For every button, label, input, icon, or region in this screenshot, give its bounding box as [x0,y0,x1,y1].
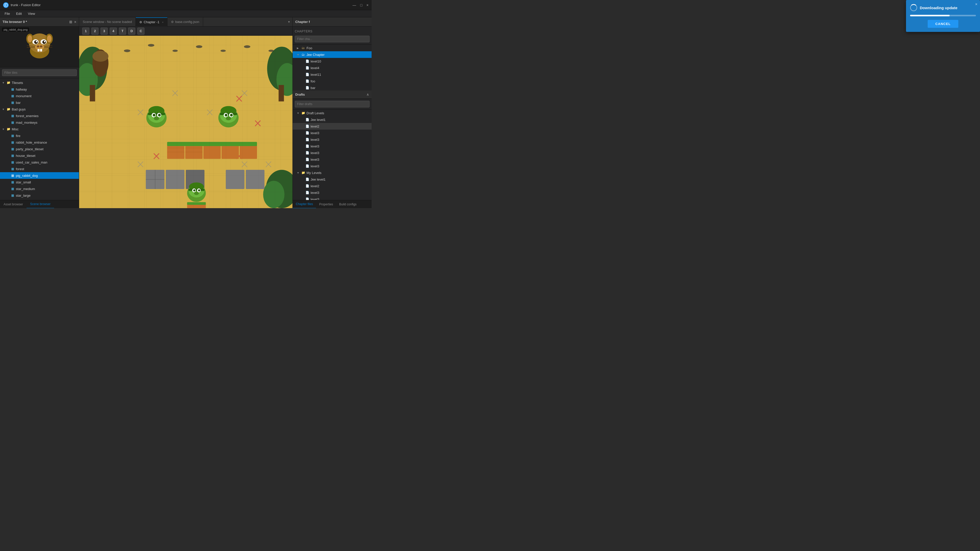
image-icon: ▦ [10,140,15,144]
draft-item-jee-level1[interactable]: 📄 Jee level1 [293,116,372,123]
tree-item-star-medium[interactable]: ▦ star_medium [0,186,79,192]
draft-item-level3-5[interactable]: 📄 level3 [293,156,372,163]
draft-label: Jee level1 [310,118,326,122]
tree-label: monument [16,94,32,98]
draft-item-level3-2[interactable]: 📄 level3 [293,136,372,143]
draft-folder-draft-levels[interactable]: ▼ 📁 Draft Levels [293,110,372,116]
tree-item-forest-enemies[interactable]: ▦ forest_enemies [0,113,79,119]
image-icon: ▦ [10,100,15,105]
tree-item-rabbit-hole[interactable]: ▦ rabbit_hole_entrance [0,139,79,146]
chapter-item-bar[interactable]: 📄 bar [293,84,372,91]
toolbar-btn-2[interactable]: 2 [91,27,99,35]
tree-item-bar[interactable]: ▦ bar [0,99,79,106]
my-item-level2[interactable]: 📄 level2 [293,183,372,189]
menu-file[interactable]: File [2,11,13,16]
my-item-jee-level1[interactable]: 📄 Jee level1 [293,176,372,183]
tree-folder-bad-guys[interactable]: ▼ 📁 Bad guys [0,106,79,113]
folder-icon: 📁 [6,80,11,85]
draft-item-level3-3[interactable]: 📄 level3 [293,143,372,149]
chapter-item-level11[interactable]: 📄 level11 [293,71,372,78]
image-icon: ▦ [10,133,15,138]
menu-edit[interactable]: Edit [14,11,24,16]
chapter-folder-jee[interactable]: ▼ 🗂 Jee Chapter [293,51,372,58]
tree-item-star-large[interactable]: ▦ star_large [0,192,79,199]
chapter-files-title: Chapter f [295,20,310,24]
pin-icon[interactable]: ⊞ [69,20,72,24]
tab-asset-browser[interactable]: Asset browser [0,200,27,208]
draft-item-level3-1[interactable]: 📄 level3 [293,130,372,136]
draft-item-level3-6[interactable]: 📄 level3 [293,163,372,169]
window-controls[interactable]: — □ × [352,3,369,7]
image-icon: ▦ [10,180,15,184]
menu-view[interactable]: View [25,11,38,16]
close-button[interactable]: × [366,3,369,7]
tab-scene-browser[interactable]: Scene browser [27,200,54,208]
svg-point-14 [35,44,44,50]
tree-item-house-tileset[interactable]: ▦ house_tileset [0,152,79,159]
chapter-item-foo[interactable]: 📄 foo [293,78,372,84]
tree-item-pig-rabbit-dog[interactable]: ▦ pig_rabbit_dog [0,172,79,179]
tree-label: hallway [16,87,27,91]
toolbar-btn-t[interactable]: T [119,27,126,35]
folder-icon: 📁 [6,107,11,111]
folder-icon: 📁 [6,127,11,131]
close-panel-icon[interactable]: × [74,20,76,24]
toolbar-btn-3[interactable]: 3 [100,27,108,35]
tree-item-mad-monkeys[interactable]: ▦ mad_monkeys [0,119,79,126]
tree-item-hallway[interactable]: ▦ hallway [0,86,79,93]
draft-item-level2[interactable]: 📄 level2 [293,123,372,130]
toolbar-btn-d[interactable]: D [128,27,135,35]
minimize-button[interactable]: — [352,3,356,7]
tree-folder-tilesets[interactable]: ▼ 📁 Tilesets [0,79,79,86]
draft-item-level3-4[interactable]: 📄 level3 [293,149,372,156]
tab-properties[interactable]: Properties [316,200,336,208]
filter-tiles-input[interactable] [2,69,77,76]
file-icon: 📄 [305,137,310,142]
chapter-label: foo [310,79,315,83]
draft-folder-my-levels[interactable]: ▼ 📁 My Levels [293,169,372,176]
maximize-button[interactable]: □ [360,3,362,7]
tab-chapter[interactable]: ⚙ Chapter -1 × [136,17,167,27]
image-icon: ▦ [10,167,15,171]
tree-item-used-car[interactable]: ▦ used_car_sales_man [0,159,79,165]
tree-item-fire[interactable]: ▦ fire [0,132,79,139]
tree-item-star-small[interactable]: ▦ star_small [0,179,79,186]
tab-config[interactable]: ⚙ base.config.json [167,17,203,27]
chapter-folder-foo[interactable]: ▶ 🗂 Foo [293,44,372,51]
drafts-filter-input[interactable] [295,101,369,107]
tree-item-forest[interactable]: ▦ forest [0,165,79,172]
panel-header-actions: ⊞ × [69,20,76,24]
app-title: trunk - Fusion Editor [11,3,41,7]
tree-item-party-place[interactable]: ▦ party_place_tileset [0,146,79,152]
chapter-item-level10[interactable]: 📄 level10 [293,58,372,65]
tile-browser-title: Tile browser 0 * [3,20,27,24]
my-item-level3-1[interactable]: 📄 level3 [293,189,372,196]
tab-dropdown[interactable]: ▾ [286,20,293,24]
draft-label: level3 [310,138,319,141]
toolbar-btn-c[interactable]: C [137,27,145,35]
draft-label: level3 [310,131,319,135]
chapter-item-level4[interactable]: 📄 level4 [293,65,372,71]
tree-folder-misc[interactable]: ▼ 📁 Misc [0,126,79,132]
chapters-filter-input[interactable] [295,36,369,42]
toolbar-btn-4[interactable]: 4 [110,27,117,35]
image-icon: ▦ [10,193,15,198]
toolbar-btn-1[interactable]: 1 [82,27,89,35]
svg-rect-18 [40,49,42,52]
scene-background [79,36,293,208]
right-panel: Chapter f Chapters ▶ 🗂 Foo ▼ 🗂 Jee Chapt… [293,17,372,208]
tree-item-monument[interactable]: ▦ monument [0,93,79,99]
my-item-level3-2[interactable]: 📄 level3 [293,196,372,200]
expand-arrow: ▼ [297,53,301,56]
chapter-label: level11 [310,73,321,76]
app-logo: F [3,2,9,8]
chapter-label: bar [310,86,315,90]
tab-scene-window[interactable]: Scene window - No scene loaded [79,17,136,27]
draft-label: Draft Levels [307,111,324,115]
drafts-collapse-button[interactable]: ∧ [366,93,369,97]
tab-build-configs[interactable]: Build configs [336,200,360,208]
tab-close-icon[interactable]: × [162,21,163,24]
tab-chapter-files[interactable]: Chapter files [293,200,316,208]
scene-viewport [79,36,293,208]
preview-filename: pig_rabbit_dog.png [2,27,29,32]
